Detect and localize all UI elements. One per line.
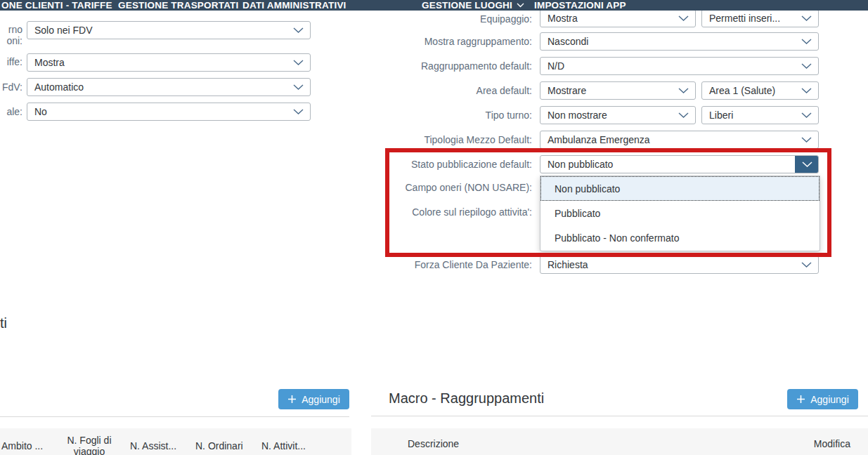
nav-item-label: DATI AMMINISTRATIVI [242, 1, 346, 11]
select-mostra[interactable]: Mostra [27, 53, 311, 72]
field-label-stato-pubblicazione-default: Stato pubblicazione default: [411, 159, 532, 170]
nav-item-label: GESTIONE LUOGHI [422, 1, 512, 11]
right-panel-divider [371, 416, 868, 416]
select-mostra-raggruppamento[interactable]: Nascondi [540, 32, 819, 51]
select-forza-cliente-da-paziente[interactable]: Richiesta [540, 256, 819, 274]
select-value: Mostra [27, 57, 293, 68]
left-table-header-row: Ambito ... N. Fogli di viaggio N. Assist… [0, 428, 351, 455]
chevron-down-icon [293, 109, 310, 114]
column-header-attivita: N. Attivit... [261, 440, 306, 451]
top-navigation-bar: ONE CLIENTI - TARIFFE GESTIONE TRASPORTA… [0, 0, 868, 11]
chevron-down-icon [801, 137, 818, 143]
column-header-modifica: Modifica [814, 438, 850, 449]
add-button-label: Aggiungi [810, 394, 849, 405]
field-label-campo-oneri: Campo oneri (NON USARE): [406, 182, 533, 193]
select-tipologia-mezzo-default[interactable]: Ambulanza Emergenza [540, 131, 819, 149]
select-value: Ambulanza Emergenza [540, 134, 801, 145]
nav-item-label: GESTIONE TRASPORTATI [118, 1, 239, 11]
select-value: Solo nei FDV [27, 25, 293, 36]
select-permetti-inserimento[interactable]: Permetti inseri... [701, 9, 819, 27]
chevron-down-icon [801, 39, 818, 44]
chevron-down-icon [678, 15, 695, 21]
plus-icon [287, 395, 297, 404]
plus-icon [796, 395, 805, 404]
field-label-mostra-raggruppamento: Mostra raggruppamento: [425, 36, 532, 47]
select-value: Liberi [702, 110, 801, 121]
field-label-truncated: FdV: [2, 81, 22, 93]
field-label-truncated: ale: [6, 106, 22, 117]
chevron-down-icon [801, 262, 818, 268]
field-label-truncated: iffe: [7, 56, 22, 67]
select-value: Richiesta [540, 259, 801, 270]
chevron-down-icon [517, 3, 524, 8]
select-tipo-turno-valore[interactable]: Liberi [701, 106, 819, 124]
chevron-down-icon [678, 112, 695, 118]
left-panel-divider [0, 416, 349, 417]
select-value: Non mostrare [540, 110, 678, 121]
add-button-right-panel[interactable]: Aggiungi [787, 389, 858, 409]
column-header-ambito: Ambito ... [1, 440, 43, 451]
nav-item-impostazioni-app[interactable]: IMPOSTAZIONI APP [534, 0, 626, 11]
select-value: Area 1 (Salute) [702, 85, 801, 96]
add-button-left-panel[interactable]: Aggiungi [278, 389, 349, 409]
chevron-down-icon [801, 112, 818, 118]
field-label-forza-cliente-da-paziente: Forza Cliente Da Paziente: [415, 259, 532, 270]
nav-item-label: ONE CLIENTI - TARIFFE [1, 1, 112, 11]
column-header-fogli-viaggio: N. Fogli di viaggio [62, 435, 117, 455]
dropdown-option-pubblicato[interactable]: Pubblicato [540, 201, 820, 225]
dropdown-options-list: Non pubblicato Pubblicato Pubblicato - N… [540, 176, 820, 251]
dropdown-option-non-pubblicato[interactable]: Non pubblicato [540, 176, 820, 201]
left-panel-partial-title: ti [0, 315, 7, 331]
chevron-down-icon [801, 63, 818, 69]
field-label-equipaggio: Equipaggio: [480, 13, 532, 25]
select-value: Non pubblicato [540, 159, 795, 170]
chevron-down-icon [293, 84, 310, 90]
field-label-tipologia-mezzo-default: Tipologia Mezzo Default: [424, 134, 532, 145]
nav-item-dati-amministrativi[interactable]: DATI AMMINISTRATIVI [242, 0, 346, 11]
select-no[interactable]: No [27, 103, 311, 121]
select-value: Permetti inseri... [702, 13, 801, 24]
select-solo-nei-fdv[interactable]: Solo nei FDV [27, 21, 311, 39]
field-label-raggruppamento-default: Raggruppamento default: [421, 60, 532, 72]
select-value: Mostrare [540, 85, 678, 96]
field-label-colore-riepilogo: Colore sul riepilogo attivita': [412, 206, 532, 218]
column-header-descrizione: Descrizione [408, 438, 459, 449]
combobox-arrow-button[interactable] [795, 156, 818, 173]
field-label-area-default: Area default: [477, 85, 532, 96]
select-automatico[interactable]: Automatico [27, 78, 311, 96]
nav-item-label: IMPOSTAZIONI APP [534, 1, 626, 11]
select-area-default-mostrare[interactable]: Mostrare [540, 81, 696, 100]
chevron-down-icon [293, 60, 310, 65]
select-tipo-turno-mostra[interactable]: Non mostrare [540, 106, 696, 124]
select-value: Mostra [540, 13, 678, 24]
select-raggruppamento-default[interactable]: N/D [540, 57, 819, 75]
select-value: N/D [540, 60, 801, 72]
right-table-header-row: Descrizione Modifica [371, 428, 868, 455]
field-label-truncated: rno oni: [6, 24, 22, 46]
chevron-down-icon [802, 161, 812, 167]
select-value: Nascondi [540, 36, 801, 47]
select-equipaggio-mostra[interactable]: Mostra [540, 9, 696, 27]
chevron-down-icon [801, 88, 818, 93]
nav-item-gestione-trasportati[interactable]: GESTIONE TRASPORTATI [118, 0, 239, 11]
field-label-tipo-turno: Tipo turno: [486, 110, 532, 121]
column-header-assist: N. Assist... [130, 440, 176, 451]
add-button-label: Aggiungi [302, 394, 340, 405]
column-header-ordinari: N. Ordinari [195, 440, 243, 451]
macro-raggruppamenti-title: Macro - Raggruppamenti [389, 390, 544, 407]
nav-item-gestione-luoghi[interactable]: GESTIONE LUOGHI [422, 0, 524, 11]
select-area-default-valore[interactable]: Area 1 (Salute) [701, 81, 819, 100]
chevron-down-icon [678, 88, 695, 93]
select-value: No [27, 106, 293, 117]
select-stato-pubblicazione-default[interactable]: Non pubblicato [540, 155, 819, 173]
nav-item-clienti-tariffe[interactable]: ONE CLIENTI - TARIFFE [1, 0, 112, 11]
select-value: Automatico [27, 81, 293, 93]
chevron-down-icon [293, 27, 310, 33]
chevron-down-icon [801, 15, 818, 21]
dropdown-option-pubblicato-non-confermato[interactable]: Pubblicato - Non confermato [540, 225, 820, 250]
